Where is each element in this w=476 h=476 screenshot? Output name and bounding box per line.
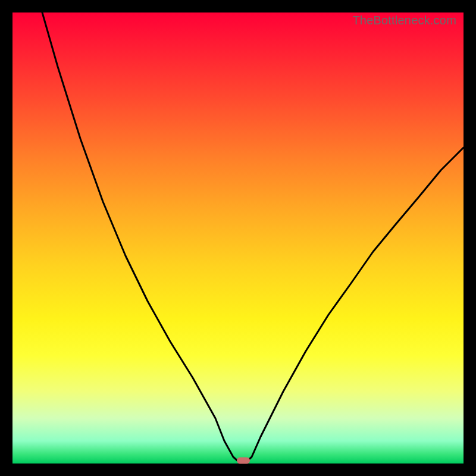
plot-area: TheBottleneck.com xyxy=(12,12,464,464)
min-marker xyxy=(237,458,250,464)
bottleneck-curve xyxy=(42,12,464,461)
chart-frame: TheBottleneck.com xyxy=(0,0,476,476)
curve-svg xyxy=(12,12,464,464)
